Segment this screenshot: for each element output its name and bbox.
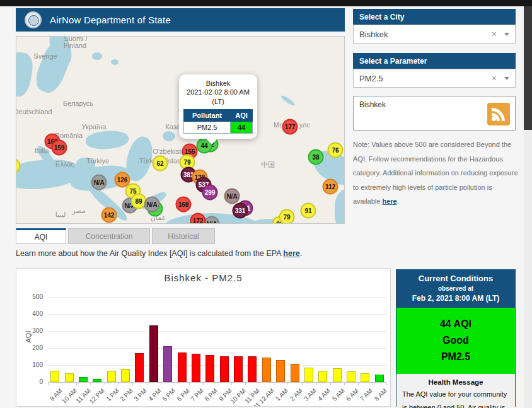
chart-bar-1-am[interactable]: [276, 360, 285, 382]
parameter-dropdown-value: PM2.5: [359, 74, 383, 83]
scrollbar-track[interactable]: [524, 6, 532, 408]
chart-bar-8-am[interactable]: [375, 375, 384, 382]
chart-y-tick-label: 200: [16, 344, 43, 351]
water-north-sea: [16, 50, 35, 98]
chart-x-tick: [217, 383, 218, 385]
map-country-label: مصر: [72, 207, 86, 215]
chart-bar-9-pm[interactable]: [220, 356, 229, 382]
chart-bar-6-am[interactable]: [347, 371, 356, 382]
city-chevron-down-icon[interactable]: [504, 33, 509, 36]
aqi-marker[interactable]: 62: [153, 156, 168, 172]
aqi-marker[interactable]: 177: [282, 119, 298, 135]
aqi-marker[interactable]: 91: [301, 203, 316, 219]
chart-x-axis-label: 7 AM: [359, 387, 374, 402]
city-dropdown-value: Bishkek: [359, 30, 388, 39]
chart-bar-2-pm[interactable]: [121, 369, 130, 382]
chart-x-tick: [119, 383, 119, 385]
chart-gridline: [48, 314, 386, 315]
note-here-link[interactable]: here: [382, 197, 396, 205]
aqi-marker[interactable]: 172: [190, 213, 206, 224]
chart-x-tick: [76, 383, 77, 385]
popup-datetime: 2021-02-02 8:00 AM: [183, 88, 253, 96]
parameter-clear-icon[interactable]: ×: [492, 73, 497, 83]
epa-here-link[interactable]: here: [283, 249, 299, 258]
learn-more-text: Learn more about how the Air Quality Ind…: [16, 249, 302, 258]
rss-city-label: Bishkek: [359, 100, 386, 109]
chart-x-axis-label: 2 PM: [119, 387, 134, 402]
chart-bar-10-am[interactable]: [65, 373, 74, 382]
aqi-marker[interactable]: 79: [279, 209, 295, 224]
aqi-marker[interactable]: 168: [176, 197, 192, 213]
chart-x-tick: [260, 383, 260, 385]
chart-x-axis-label: 1 PM: [105, 387, 120, 402]
map-country-label: Sverige: [33, 52, 57, 60]
chart-x-tick: [344, 383, 345, 385]
chart-bar-11-pm[interactable]: [248, 356, 257, 382]
chart-bar-3-pm[interactable]: [135, 353, 144, 382]
chart-bar-7-pm[interactable]: [192, 354, 200, 382]
scrollbar-thumb[interactable]: [524, 6, 532, 130]
water-lake-baikal: [280, 94, 296, 107]
chart-x-tick: [175, 383, 175, 385]
window-top-strip: [0, 0, 532, 6]
chart-bar-2-am[interactable]: [291, 364, 299, 382]
tab-concentration[interactable]: Concentration: [68, 228, 150, 244]
health-message-title: Health Message: [402, 378, 509, 386]
chart-x-tick: [132, 383, 133, 385]
chart-x-tick: [231, 383, 232, 385]
aqi-marker[interactable]: N/A: [91, 175, 107, 190]
chart-bar-9-am[interactable]: [50, 371, 59, 382]
chart-x-tick: [302, 383, 303, 385]
popup-city: Bishkek: [183, 79, 253, 88]
chart-x-tick: [105, 383, 105, 385]
chart-x-axis-label: 6 AM: [345, 387, 360, 402]
chart-x-axis-label: 3 AM: [303, 387, 318, 402]
health-message-text: The AQI value for your community is betw…: [402, 388, 509, 408]
aqi-marker[interactable]: 299: [202, 185, 218, 201]
department-of-state-seal-logo: [25, 11, 42, 28]
aqi-marker[interactable]: N/A: [144, 197, 160, 213]
tab-historical[interactable]: Historical: [152, 228, 215, 244]
aqi-marker[interactable]: 112: [323, 179, 338, 195]
chart-bar-8-pm[interactable]: [205, 355, 214, 382]
aqi-marker[interactable]: N/A: [224, 189, 240, 204]
chart-x-axis-label: 1 AM: [274, 387, 289, 402]
chart-bar-3-am[interactable]: [304, 368, 313, 382]
chart-x-tick: [203, 383, 204, 385]
current-conditions-panel: Current Conditions observed at Feb 2, 20…: [396, 269, 516, 407]
chart-y-tick-label: 500: [16, 293, 43, 300]
chart-bar-7-am[interactable]: [361, 373, 369, 382]
chart-bar-12-pm[interactable]: [93, 379, 101, 382]
chart-bar-4-am[interactable]: [318, 371, 327, 382]
aqi-marker[interactable]: 331: [233, 203, 248, 219]
parameter-chevron-down-icon[interactable]: [504, 77, 509, 80]
chart-bar-2-2-2021-12-am[interactable]: [262, 358, 271, 382]
chart-x-axis-label: 10 AM: [61, 387, 78, 405]
chart-bar-11-am[interactable]: [79, 377, 88, 382]
city-dropdown[interactable]: Bishkek ×: [353, 25, 516, 44]
water-lake: [111, 59, 119, 65]
aqi-note-text: Note: Values above 500 are considered Be…: [353, 137, 518, 209]
chart-x-axis-label: 8 PM: [204, 387, 219, 402]
aqi-marker[interactable]: 76: [328, 143, 344, 158]
city-clear-icon[interactable]: ×: [492, 29, 497, 39]
parameter-dropdown[interactable]: PM2.5 ×: [353, 69, 516, 88]
aqi-marker[interactable]: 38: [308, 149, 324, 165]
water-aral-sea: [163, 131, 175, 141]
map[interactable]: Suomi /FinlandSverigeБеларусьDeutschland…: [16, 36, 345, 224]
chart-bar-5-pm[interactable]: [163, 346, 172, 382]
map-country-label: Ελλάς: [55, 160, 74, 168]
chart-bar-10-pm[interactable]: [234, 356, 243, 382]
chart-x-tick: [373, 383, 373, 385]
chart-bar-6-pm[interactable]: [178, 353, 187, 382]
chart-bar-5-am[interactable]: [333, 368, 342, 382]
chart-bar-1-pm[interactable]: [107, 371, 116, 382]
aqi-marker[interactable]: 159: [52, 140, 67, 156]
tab-aqi[interactable]: AQI: [16, 228, 66, 244]
rss-icon[interactable]: [487, 103, 510, 125]
chart-x-tick: [316, 383, 316, 385]
chart-x-tick: [245, 383, 246, 385]
chart-bar-4-pm[interactable]: [149, 325, 158, 382]
aqi-marker[interactable]: 142: [101, 207, 117, 223]
water-lake: [92, 52, 102, 60]
